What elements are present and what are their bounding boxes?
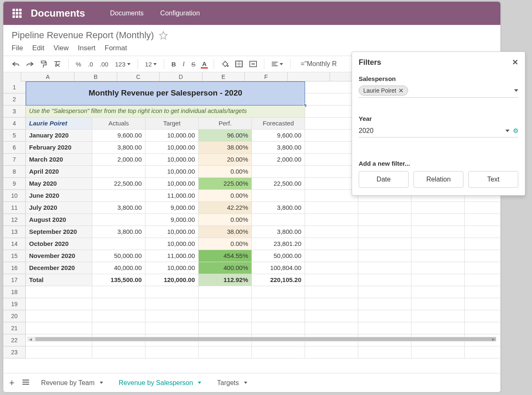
target-cell[interactable]: 10,000.00 bbox=[145, 178, 199, 190]
total-target-cell[interactable]: 120,000.00 bbox=[145, 274, 199, 286]
cell[interactable] bbox=[252, 298, 305, 310]
forecasted-cell[interactable]: 100,804.00 bbox=[252, 262, 305, 274]
col-header-B[interactable]: B bbox=[74, 72, 117, 81]
cell[interactable] bbox=[305, 130, 358, 142]
cell[interactable] bbox=[411, 322, 465, 334]
actuals-cell[interactable]: 9,600.00 bbox=[92, 130, 145, 142]
cell[interactable] bbox=[145, 322, 199, 334]
cell[interactable] bbox=[305, 310, 358, 322]
row-header[interactable]: 20 bbox=[3, 310, 26, 322]
target-cell[interactable]: 9,000.00 bbox=[145, 202, 199, 214]
add-filter-date-button[interactable]: Date bbox=[359, 171, 409, 188]
target-cell[interactable]: 11,000.00 bbox=[145, 250, 199, 262]
perf-cell[interactable]: 0.00% bbox=[199, 238, 252, 250]
cell[interactable] bbox=[26, 286, 92, 298]
row-header[interactable]: 13 bbox=[3, 226, 26, 238]
row-header[interactable]: 16 bbox=[3, 262, 26, 274]
actuals-cell[interactable]: 50,000.00 bbox=[92, 250, 145, 262]
actuals-cell[interactable] bbox=[92, 166, 145, 178]
forecasted-cell[interactable]: 3,800.00 bbox=[252, 142, 305, 154]
cell[interactable] bbox=[465, 274, 500, 286]
target-cell[interactable]: 10,000.00 bbox=[145, 226, 199, 238]
perf-cell[interactable]: 0.00% bbox=[199, 214, 252, 226]
gear-icon[interactable]: ⚙ bbox=[513, 127, 518, 135]
total-perf-cell[interactable]: 112.92% bbox=[199, 274, 252, 286]
header-cell[interactable]: Perf. bbox=[199, 118, 252, 130]
header-cell[interactable]: Forecasted bbox=[252, 118, 305, 130]
perf-cell[interactable]: 38.00% bbox=[199, 142, 252, 154]
cell[interactable] bbox=[358, 346, 411, 358]
col-header-E[interactable]: E bbox=[202, 72, 245, 81]
cell[interactable] bbox=[465, 262, 500, 274]
sheet-tab-revenue-by-salesperson[interactable]: Revenue by Salesperson bbox=[115, 377, 206, 389]
total-label-cell[interactable]: Total bbox=[26, 274, 92, 286]
cell[interactable] bbox=[465, 214, 500, 226]
close-icon[interactable]: ✕ bbox=[512, 58, 518, 67]
cell[interactable] bbox=[465, 322, 500, 334]
cell[interactable] bbox=[26, 322, 92, 334]
row-header[interactable]: 9 bbox=[3, 178, 26, 190]
cell[interactable] bbox=[252, 286, 305, 298]
actuals-cell[interactable]: 3,800.00 bbox=[92, 226, 145, 238]
chevron-down-icon[interactable] bbox=[514, 89, 518, 92]
col-header-D[interactable]: D bbox=[160, 72, 202, 81]
salesperson-chip[interactable]: Laurie Poiret ✕ bbox=[359, 86, 408, 96]
cell[interactable] bbox=[465, 202, 500, 214]
cell[interactable] bbox=[305, 262, 358, 274]
cell[interactable] bbox=[411, 262, 465, 274]
row-header[interactable]: 2 bbox=[3, 93, 26, 105]
forecasted-cell[interactable]: 23,801.20 bbox=[252, 238, 305, 250]
cell[interactable] bbox=[465, 286, 500, 298]
month-cell[interactable]: February 2020 bbox=[26, 142, 92, 154]
actuals-cell[interactable]: 2,000.00 bbox=[92, 154, 145, 166]
perf-cell[interactable]: 0.00% bbox=[199, 166, 252, 178]
cell[interactable] bbox=[305, 154, 358, 166]
target-cell[interactable]: 10,000.00 bbox=[145, 262, 199, 274]
menu-view[interactable]: View bbox=[54, 44, 69, 52]
sheet-list-button[interactable] bbox=[22, 379, 30, 387]
cell[interactable] bbox=[358, 286, 411, 298]
hint-cell[interactable]: Use the "Salesperson" filter from the to… bbox=[26, 105, 305, 118]
cell[interactable] bbox=[305, 274, 358, 286]
cell[interactable] bbox=[465, 310, 500, 322]
row-header[interactable]: 17 bbox=[3, 274, 26, 286]
target-cell[interactable]: 9,000.00 bbox=[145, 214, 199, 226]
row-header[interactable]: 11 bbox=[3, 202, 26, 214]
cell[interactable] bbox=[411, 214, 465, 226]
cell[interactable] bbox=[305, 81, 358, 93]
menu-insert[interactable]: Insert bbox=[78, 44, 96, 52]
cell[interactable] bbox=[465, 346, 500, 358]
row-header[interactable]: 10 bbox=[3, 190, 26, 202]
paint-format-button[interactable] bbox=[39, 59, 48, 69]
cell[interactable] bbox=[305, 214, 358, 226]
cell[interactable] bbox=[199, 286, 252, 298]
cell[interactable] bbox=[199, 322, 252, 334]
row-header[interactable]: 3 bbox=[3, 105, 26, 118]
cell[interactable] bbox=[411, 286, 465, 298]
cell[interactable] bbox=[358, 238, 411, 250]
strike-button[interactable]: S bbox=[190, 60, 197, 69]
cell[interactable] bbox=[305, 202, 358, 214]
nav-configuration[interactable]: Configuration bbox=[160, 10, 200, 17]
actuals-cell[interactable] bbox=[92, 238, 145, 250]
cell[interactable] bbox=[358, 310, 411, 322]
col-header-F[interactable]: F bbox=[245, 72, 287, 81]
forecasted-cell[interactable] bbox=[252, 190, 305, 202]
italic-button[interactable]: I bbox=[181, 60, 186, 69]
total-forecasted-cell[interactable]: 220,105.20 bbox=[252, 274, 305, 286]
cell[interactable] bbox=[92, 298, 145, 310]
cell[interactable] bbox=[252, 310, 305, 322]
cell[interactable] bbox=[305, 142, 358, 154]
cell[interactable] bbox=[358, 202, 411, 214]
horizontal-scrollbar[interactable]: ◀▶ bbox=[27, 337, 496, 341]
cell[interactable] bbox=[199, 298, 252, 310]
sheet-tab-revenue-by-team[interactable]: Revenue by Team bbox=[37, 377, 107, 389]
target-cell[interactable]: 10,000.00 bbox=[145, 238, 199, 250]
bold-button[interactable]: B bbox=[170, 60, 177, 69]
cell[interactable] bbox=[358, 298, 411, 310]
decrease-decimals-button[interactable]: .0 bbox=[86, 60, 94, 69]
row-header[interactable]: 15 bbox=[3, 250, 26, 262]
cell[interactable] bbox=[92, 286, 145, 298]
cell[interactable] bbox=[305, 250, 358, 262]
forecasted-cell[interactable]: 9,600.00 bbox=[252, 130, 305, 142]
